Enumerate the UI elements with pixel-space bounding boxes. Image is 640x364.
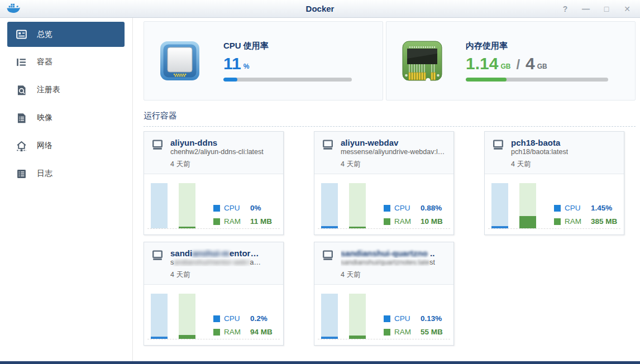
container-image: chenhw2/aliyun-ddns-cli:latest [170,148,264,156]
minimize-button[interactable]: — [582,5,590,13]
memory-used-unit: GB [500,63,510,72]
container-age: 4 天前 [170,270,261,280]
container-name: aliyun-ddns [170,138,264,147]
sidebar-item-images[interactable]: 映像 [0,104,132,132]
cpu-legend-label: CPU [224,314,250,323]
ram-legend-row: RAM 94 MB [213,328,273,336]
container-card-aliyun-webdav[interactable]: aliyun-webdav messense/aliyundrive-webda… [314,131,454,235]
ram-gauge-bar [349,183,366,228]
ram-gauge-bar [519,183,536,228]
maximize-button[interactable]: □ [603,5,610,13]
cpu-legend-label: CPU [224,204,250,212]
window-controls: ? — □ ✕ [561,5,640,13]
container-age: 4 天前 [170,160,264,169]
main-area: 总览 容器 注册表 [0,18,640,361]
container-name: sandianshui-quartzno .. [341,248,435,258]
cpu-legend-label: CPU [394,204,421,212]
container-card-header: sandianshui-mentor… sandianshui/mentor-w… [144,242,283,285]
sidebar-label: 日志 [37,169,52,179]
ram-value: 55 MB [421,328,443,336]
running-containers-heading: 运行容器 [144,111,636,121]
container-name: sandianshui-mentor… [170,248,261,258]
registry-search-icon [16,84,27,96]
container-card-aliyun-ddns[interactable]: aliyun-ddns chenhw2/aliyun-ddns-cli:late… [144,131,284,235]
ram-gauge-fill [519,216,536,228]
memory-separator: / [516,58,520,72]
cpu-legend-row: CPU 0.88% [384,204,442,212]
container-header-text: sandianshui-quartzno .. sandianshui/quar… [341,248,435,279]
image-file-icon [16,112,27,124]
gauge-baseline [318,339,450,339]
ram-value: 11 MB [250,217,272,226]
sidebar-label: 注册表 [37,85,60,95]
cpu-gauge-bar [491,183,508,228]
docker-whale-icon [7,3,20,14]
container-card-pch18-baota[interactable]: pch18-baota pch18/baota:latest 4 天前 CPU … [484,131,624,235]
container-card-header: sandianshui-quartzno .. sandianshui/quar… [314,242,453,285]
section-divider [144,126,636,127]
ram-legend-swatch [554,218,561,225]
ram-value: 385 MB [591,217,617,226]
container-image: pch18/baota:latest [511,148,568,156]
help-button[interactable]: ? [561,5,569,13]
ram-legend-label: RAM [224,217,250,226]
cpu-value: 1.45% [591,204,612,212]
sidebar-item-registry[interactable]: 注册表 [0,76,132,104]
container-card-header: pch18-baota pch18/baota:latest 4 天前 [485,132,624,174]
network-icon [16,140,27,152]
ram-gauge-bar [179,294,195,339]
memory-usage-title: 内存使用率 [466,41,608,51]
cpu-legend-label: CPU [565,204,591,212]
container-monitor-icon [151,249,164,261]
memory-usage-progressbar [466,78,608,82]
sidebar-item-containers[interactable]: 容器 [0,48,132,76]
cpu-usage-value: 11 [223,55,241,72]
ram-gauge-bar [349,294,366,339]
ram-legend-swatch [213,329,220,336]
overview-content: CPU 使用率 11 % [133,18,640,361]
container-card-stats: CPU 0.13% RAM 55 MB [314,285,453,345]
cpu-usage-card: CPU 使用率 11 % [144,21,383,100]
cpu-usage-value-row: 11 % [223,53,352,72]
cpu-usage-progressbar [223,78,352,82]
container-age: 4 天前 [341,160,445,169]
close-button[interactable]: ✕ [623,5,631,13]
container-name: aliyun-webdav [341,138,445,147]
container-image: sandianshui/quartznotes:latest [341,258,435,266]
cpu-usage-info: CPU 使用率 11 % [223,41,352,82]
ram-legend-row: RAM 385 MB [554,217,617,226]
cpu-gauge-bar [321,183,338,228]
container-card-stats: CPU 1.45% RAM 385 MB [485,174,624,234]
container-header-text: pch18-baota pch18/baota:latest 4 天前 [511,138,568,169]
ram-legend-row: RAM 11 MB [213,217,272,226]
ram-legend-swatch [384,329,390,336]
ram-value: 94 MB [250,328,273,336]
cpu-legend-swatch [213,205,220,212]
cpu-usage-title: CPU 使用率 [223,41,352,51]
memory-total-unit: GB [537,63,547,72]
sidebar: 总览 容器 注册表 [0,18,133,361]
cpu-value: 0.13% [421,314,442,323]
memory-used-value: 1.14 [466,55,498,72]
container-age: 4 天前 [511,160,568,169]
sidebar-label: 容器 [37,57,52,67]
cpu-legend-row: CPU 0% [213,204,261,212]
container-card-sandianshui-mentor[interactable]: sandianshui-mentor… sandianshui/mentor-w… [144,242,284,346]
container-header-text: aliyun-ddns chenhw2/aliyun-ddns-cli:late… [170,138,264,169]
sidebar-item-logs[interactable]: 日志 [0,160,132,188]
cpu-value: 0.88% [421,204,442,212]
container-card-stats: CPU 0.2% RAM 94 MB [144,285,283,345]
container-header-text: sandianshui-mentor… sandianshui/mentor-w… [170,248,261,279]
container-name: pch18-baota [511,138,568,147]
container-card-sandianshui-quartz[interactable]: sandianshui-quartzno .. sandianshui/quar… [314,242,454,346]
sidebar-label: 总览 [37,30,52,40]
sidebar-item-network[interactable]: 网络 [0,132,132,160]
sidebar-item-overview[interactable]: 总览 [7,22,125,47]
gauge-baseline [147,228,280,229]
memory-total-value: 4 [526,55,535,72]
container-image: sandianshui/mentor-web:la… [170,258,261,266]
stat-cards-row: CPU 使用率 11 % [144,21,636,100]
container-card-header: aliyun-ddns chenhw2/aliyun-ddns-cli:late… [144,132,283,174]
sidebar-label: 网络 [37,141,52,151]
overview-icon [16,28,27,40]
